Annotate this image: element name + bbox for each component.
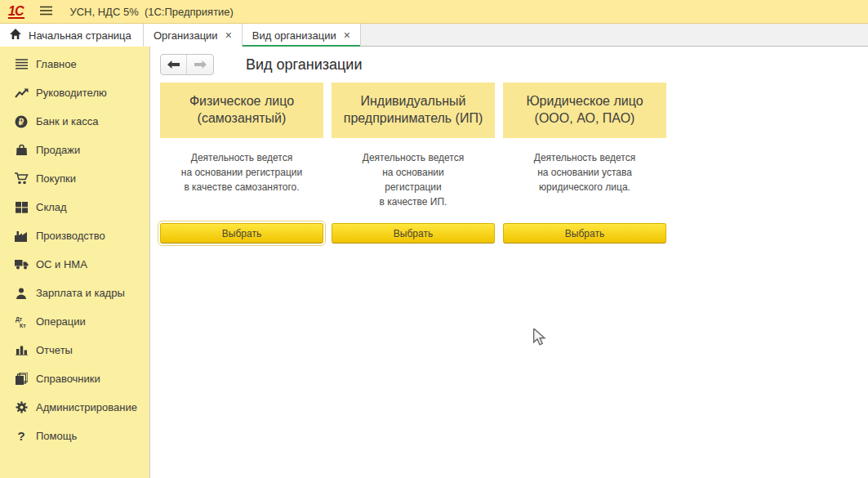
title-bar: 1С УСН, НДС 5% (1С:Предприятие) — [0, 0, 868, 24]
factory-icon — [14, 230, 29, 243]
close-icon[interactable]: × — [344, 29, 350, 41]
home-icon — [10, 29, 21, 42]
mouse-cursor — [532, 328, 547, 350]
sidebar-item-pokupki[interactable]: Покупки — [0, 164, 149, 193]
select-button-selfemployed[interactable]: Выбрать — [160, 223, 323, 243]
sidebar-item-sklad[interactable]: Склад — [0, 193, 149, 221]
boxes-icon — [14, 201, 29, 214]
card-legal-entity: Юридическое лицо (ООО, АО, ПАО) Деятельн… — [503, 83, 666, 243]
history-nav — [160, 54, 214, 75]
select-button-legal-entity[interactable]: Выбрать — [503, 223, 666, 243]
main-content: Вид организации Физическое лицо (самозан… — [151, 47, 868, 478]
tab-bar: Начальная страница Организации × Вид орг… — [0, 24, 868, 47]
card-title: Юридическое лицо (ООО, АО, ПАО) — [503, 83, 666, 138]
sidebar-item-bank-i-kassa[interactable]: ₽ Банк и касса — [0, 107, 149, 136]
tab-home[interactable]: Начальная страница — [0, 24, 144, 47]
sidebar-item-prodazhi[interactable]: Продажи — [0, 136, 149, 164]
svg-text:Кт: Кт — [20, 322, 26, 328]
tab-label: Вид организации — [252, 29, 336, 42]
card-title: Физическое лицо (самозанятый) — [160, 83, 323, 138]
sidebar-item-operacii[interactable]: Дт Кт Операции — [0, 307, 149, 336]
card-individual-entrepreneur: Индивидуальный предприниматель (ИП) Деят… — [332, 83, 495, 243]
ruble-icon: ₽ — [14, 115, 29, 128]
sidebar-item-proizvodstvo[interactable]: Производство — [0, 221, 149, 250]
organization-type-cards: Физическое лицо (самозанятый) Деятельнос… — [160, 83, 666, 243]
card-description: Деятельность ведется на основании устава… — [503, 138, 666, 223]
sidebar-item-os-i-nma[interactable]: ОС и НМА — [0, 250, 149, 279]
window-title: УСН, НДС 5% (1С:Предприятие) — [69, 6, 233, 18]
1c-enterprise-window: 1С УСН, НДС 5% (1С:Предприятие) Начальна… — [0, 0, 868, 478]
svg-text:Дт: Дт — [16, 315, 23, 322]
close-icon[interactable]: × — [225, 29, 232, 41]
menu-icon — [14, 58, 29, 71]
gear-icon — [14, 401, 29, 414]
trend-icon — [14, 87, 29, 100]
card-individual-selfemployed: Физическое лицо (самозанятый) Деятельнос… — [160, 83, 323, 243]
forward-button[interactable] — [187, 55, 213, 74]
sidebar-item-rukovoditelyu[interactable]: Руководителю — [0, 78, 149, 107]
bar-chart-icon — [14, 344, 29, 357]
card-description: Деятельность ведется на основании регист… — [332, 138, 495, 223]
truck-icon — [14, 258, 29, 271]
tab-label: Организации — [154, 29, 218, 42]
sidebar-item-otchety[interactable]: Отчеты — [0, 336, 149, 364]
debit-credit-icon: Дт Кт — [14, 315, 29, 328]
question-icon: ? — [14, 430, 29, 443]
sidebar-item-spravochniki[interactable]: Справочники — [0, 364, 149, 393]
page-title: Вид организации — [246, 56, 362, 74]
sidebar-item-glavnoe[interactable]: Главное — [0, 50, 149, 78]
card-description: Деятельность ведется на основании регист… — [160, 138, 323, 223]
books-icon — [14, 373, 29, 386]
sidebar-item-pomosch[interactable]: ? Помощь — [0, 422, 149, 450]
svg-text:₽: ₽ — [19, 117, 24, 126]
card-title: Индивидуальный предприниматель (ИП) — [332, 83, 495, 138]
tab-organizations[interactable]: Организации × — [144, 24, 243, 47]
sidebar-item-zarplata-i-kadry[interactable]: Зарплата и кадры — [0, 279, 149, 307]
section-sidebar: Главное Руководителю ₽ Банк и касса — [0, 47, 150, 478]
back-button[interactable] — [161, 55, 187, 74]
tab-label: Начальная страница — [29, 29, 131, 42]
select-button-entrepreneur[interactable]: Выбрать — [332, 223, 495, 243]
tab-organization-type[interactable]: Вид организации × — [243, 24, 361, 47]
bag-icon — [14, 144, 29, 157]
cart-icon — [14, 172, 29, 185]
sidebar-item-administrirovanie[interactable]: Администрирование — [0, 393, 149, 422]
person-icon — [14, 287, 29, 300]
main-menu-icon[interactable] — [39, 4, 53, 19]
1c-logo: 1С — [8, 5, 24, 19]
